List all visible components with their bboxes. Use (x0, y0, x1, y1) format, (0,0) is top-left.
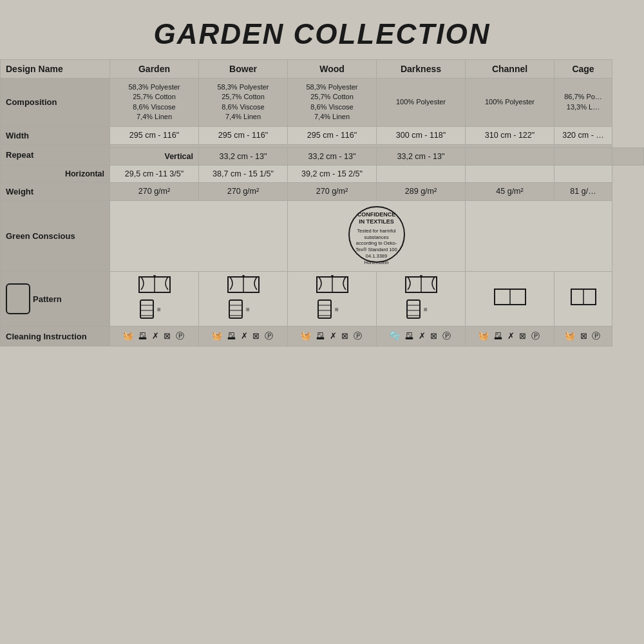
dryclean-cross-icon-bower: ⊠ (252, 331, 261, 341)
pattern-row: Pattern (1, 271, 644, 327)
pattern-bower: ≡ (199, 271, 288, 327)
svg-point-2 (153, 275, 156, 278)
label-horizontal: Horizontal (1, 165, 110, 182)
weight-row: Weight 270 g/m² 270 g/m² 270 g/m² 289 g/… (1, 182, 644, 200)
iron-icon-darkness: 🗳 (405, 331, 415, 341)
col-header-wood: Wood (288, 60, 377, 79)
gc-oeko: CONFIDENCEIN TEXTILES Tested for harmful… (288, 200, 466, 271)
wt-channel: 45 g/m² (466, 182, 554, 200)
pattern-label: Pattern (33, 294, 62, 304)
width-bower: 295 cm - 116" (199, 126, 288, 144)
rh-wood: 39,2 cm - 15 2/5" (288, 165, 377, 182)
bleach-cross-icon-wood: ✗ (330, 331, 338, 341)
rh-garden: 29,5 cm -11 3/5" (110, 165, 199, 182)
clean-garden: 🧺 🗳 ✗ ⊠ Ⓟ (110, 327, 199, 346)
pattern-darkness: ≡ (377, 271, 466, 327)
curtain-darkness-bot: ≡ (404, 299, 438, 319)
gc-empty1 (110, 200, 288, 271)
curtain-darkness-top (404, 274, 438, 295)
clean-channel: 🧺 🗳 ✗ ⊠ Ⓟ (466, 327, 554, 346)
circle-p-icon-bower: Ⓟ (265, 331, 274, 341)
width-darkness: 300 cm - 118" (377, 126, 466, 144)
rv-bower: 33,2 cm - 13" (288, 147, 377, 165)
rv-darkness (466, 147, 554, 165)
pattern-icon (6, 283, 30, 314)
dryclean-cross-icon-garden: ⊠ (164, 331, 172, 341)
curtain-cage (570, 287, 597, 307)
pattern-garden: ≡ (110, 271, 199, 327)
width-garden: 295 cm - 116" (110, 126, 199, 144)
pattern-wood: ≡ (288, 271, 377, 327)
rh-bower: 38,7 cm - 15 1/5" (199, 165, 288, 182)
width-wood: 295 cm - 116" (288, 126, 377, 144)
rh-cage (554, 165, 612, 182)
comp-darkness: 100% Polyester (377, 79, 466, 127)
rh-darkness (377, 165, 466, 182)
label-width: Width (1, 126, 110, 144)
wt-bower: 270 g/m² (199, 182, 288, 200)
comp-bower: 58,3% Polyester25,7% Cotton8,6% Viscose7… (199, 79, 288, 127)
curtain-bower-bot: ≡ (227, 299, 260, 319)
col-header-channel: Channel (466, 60, 554, 79)
rv-channel (554, 147, 612, 165)
svg-point-26 (420, 275, 422, 278)
cleaning-row: Cleaning Instruction 🧺 🗳 ✗ ⊠ Ⓟ 🧺 🗳 ✗ ⊠ Ⓟ (1, 327, 644, 346)
clean-wood: 🧺 🗳 ✗ ⊠ Ⓟ (288, 327, 377, 346)
comp-garden: 58,3% Polyester25,7% Cotton8,6% Viscose7… (110, 79, 199, 127)
composition-row: Composition 58,3% Polyester25,7% Cotton8… (1, 79, 644, 127)
repeat-horizontal-row: Horizontal 29,5 cm -11 3/5" 38,7 cm - 15… (1, 165, 644, 182)
pattern-channel (466, 271, 554, 327)
wt-cage: 81 g/… (554, 182, 612, 200)
gc-empty2 (466, 200, 612, 271)
clean-darkness: 🫧 🗳 ✗ ⊠ Ⓟ (377, 327, 466, 346)
wash-icon-cage: 🧺 (565, 331, 576, 341)
rv-garden: 33,2 cm - 13" (199, 147, 288, 165)
circle-p-icon-cage: Ⓟ (592, 331, 601, 341)
iron-icon-bower: 🗳 (227, 331, 237, 341)
title-row: GARDEN COLLECTION (0, 6, 644, 59)
circle-p-icon-channel: Ⓟ (531, 331, 541, 341)
wt-wood: 270 g/m² (288, 182, 377, 200)
curtain-channel (493, 287, 527, 307)
wash-icon-channel: 🧺 (478, 331, 490, 341)
col-header-garden: Garden (110, 60, 199, 79)
wash-icon-bower: 🧺 (212, 331, 223, 341)
bleach-cross-icon-bower: ✗ (241, 331, 249, 341)
label-weight: Weight (1, 182, 110, 200)
curtain-garden-top (138, 274, 171, 295)
label-vertical: Vertical (110, 147, 199, 165)
clean-cage: 🧺 ⊠ Ⓟ (554, 327, 612, 346)
comp-cage: 86,7% Po…13,3% L… (554, 79, 612, 127)
rv-cage (612, 147, 644, 165)
header-row: Design Name Garden Bower Wood Darkness C… (1, 60, 644, 79)
wash-icon-wood: 🧺 (301, 331, 312, 341)
wash-icon-darkness: 🫧 (390, 331, 401, 341)
page-title: GARDEN COLLECTION (154, 18, 491, 50)
label-design-name: Design Name (1, 60, 110, 79)
svg-point-10 (242, 275, 245, 278)
specs-table: Design Name Garden Bower Wood Darkness C… (0, 59, 644, 346)
wt-garden: 270 g/m² (110, 182, 199, 200)
width-cage: 320 cm - … (554, 126, 612, 144)
iron-icon-channel: 🗳 (494, 331, 504, 341)
iron-icon-wood: 🗳 (316, 331, 326, 341)
curtain-garden-bot: ≡ (138, 299, 171, 319)
circle-p-icon-darkness: Ⓟ (442, 331, 452, 341)
comp-channel: 100% Polyester (466, 79, 554, 127)
svg-text:≡: ≡ (424, 306, 428, 313)
comp-wood: 58,3% Polyester25,7% Cotton8,6% Viscose7… (288, 79, 377, 127)
svg-point-18 (331, 275, 334, 278)
page-container: GARDEN COLLECTION Design Name Garden Bow… (0, 0, 644, 644)
svg-text:≡: ≡ (335, 306, 339, 313)
rv-wood: 33,2 cm - 13" (377, 147, 466, 165)
col-header-cage: Cage (554, 60, 612, 79)
pattern-cage (554, 271, 612, 327)
bleach-cross-icon-channel: ✗ (507, 331, 516, 341)
width-row: Width 295 cm - 116" 295 cm - 116" 295 cm… (1, 126, 644, 144)
curtain-wood-bot: ≡ (316, 299, 349, 319)
curtain-bower-top (227, 274, 260, 295)
circle-p-icon-wood: Ⓟ (354, 331, 363, 341)
col-header-darkness: Darkness (377, 60, 466, 79)
col-header-bower: Bower (199, 60, 288, 79)
dryclean-cross-icon-channel: ⊠ (519, 331, 527, 341)
